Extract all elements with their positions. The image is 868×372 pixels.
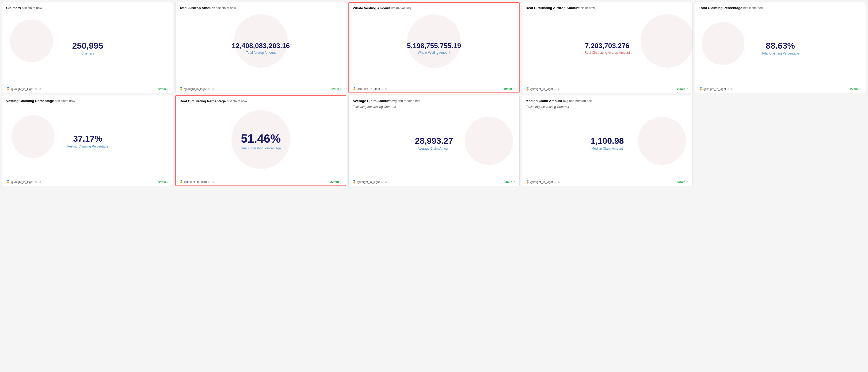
footer-user: 🏅 @knight_in_kight bbox=[179, 87, 207, 91]
card-body: 12,408,083,203.16 Total Airdrop Amount bbox=[179, 11, 342, 85]
card-card-4: Real Circulating Airdrop Amount claim no… bbox=[522, 2, 693, 93]
metric-center: 28,993.27 Average Claim Amount bbox=[415, 136, 453, 150]
card-body: 51.46% Real Circulating Percentage bbox=[180, 105, 342, 178]
share-icon[interactable]: ⎙ bbox=[35, 88, 37, 91]
card-title: Real Circulating Airdrop Amount bbox=[526, 6, 580, 10]
card-body: 7,203,703,276 Real Circulating Airdrop A… bbox=[526, 11, 689, 85]
username: @knight_in_kight bbox=[704, 88, 726, 91]
card-header: Median Claim Amount avg and median blst bbox=[526, 99, 689, 103]
footer-time: 22min ✓ bbox=[677, 87, 689, 91]
circle-decoration bbox=[638, 117, 686, 165]
footer-time: 22min ✓ bbox=[331, 180, 342, 183]
card-italic-subtitle: Excluding the vesting Contract bbox=[352, 105, 515, 109]
user-icon: 🏅 bbox=[353, 87, 356, 90]
time-value: 22min bbox=[157, 180, 166, 183]
card-body: 37.17% Vesting Claiming Percentage bbox=[6, 104, 169, 178]
footer-user: 🏅 @knight_in_kight bbox=[699, 87, 726, 91]
share-icon[interactable]: ⎙ bbox=[554, 180, 556, 183]
share-icon[interactable]: ⎙ bbox=[35, 180, 37, 183]
user-icon: 🏅 bbox=[699, 87, 703, 91]
username: @knight_in_kight bbox=[184, 88, 207, 91]
username: @knight_in_kight bbox=[11, 180, 33, 183]
card-footer: 🏅 @knight_in_kight ⎙ ⊙ 22min ✓ bbox=[179, 87, 342, 91]
check-icon: ✓ bbox=[340, 87, 342, 91]
card-subtitle: blst claim now bbox=[227, 99, 247, 103]
share-icon[interactable]: ⎙ bbox=[727, 88, 730, 91]
card-body: 1,100.98 Median Claim Amount bbox=[526, 109, 689, 178]
metric-label: Real Circulating Airdrop Amount bbox=[584, 51, 630, 55]
time-value: 59min bbox=[503, 87, 512, 90]
card-card-8: Average Claim Amount avg and median blst… bbox=[348, 95, 519, 186]
card-body: 88.63% Total Claiming Percentage bbox=[699, 11, 862, 85]
check-icon: ✓ bbox=[513, 87, 515, 90]
share-icon[interactable]: ⎙ bbox=[381, 180, 383, 183]
user-icon: 🏅 bbox=[526, 180, 529, 183]
username: @knight_in_kight bbox=[357, 180, 380, 183]
share-icon[interactable]: ⎙ bbox=[554, 88, 556, 91]
footer-time: 22min ✓ bbox=[850, 87, 862, 91]
footer-time: 22min ✓ bbox=[157, 87, 169, 91]
card-subtitle: avg and median blst bbox=[392, 99, 420, 103]
check-icon: ✓ bbox=[686, 87, 689, 91]
card-card-6: Vesting Claiming Percentage blst claim n… bbox=[2, 95, 173, 186]
copy-icon[interactable]: ⊙ bbox=[212, 180, 214, 183]
copy-icon[interactable]: ⊙ bbox=[385, 180, 387, 183]
card-title: Total Claiming Percentage bbox=[699, 6, 742, 10]
metric-value: 51.46% bbox=[241, 132, 281, 145]
card-card-7: Real Circulating Percentage blst claim n… bbox=[175, 95, 346, 186]
user-icon: 🏅 bbox=[180, 180, 183, 183]
card-footer: 🏅 @knight_in_kight ⎙ ⊙ 54min ✓ bbox=[352, 180, 515, 183]
time-value: 22min bbox=[331, 88, 339, 91]
card-subtitle: blst claim now bbox=[743, 6, 764, 10]
card-footer: 🏅 @knight_in_kight ⎙ ⊙ 22min ✓ bbox=[6, 87, 169, 91]
time-value: 22min bbox=[331, 180, 339, 183]
metric-label: Real Circulating Percentage bbox=[241, 146, 281, 150]
card-subtitle: whale vesting bbox=[391, 6, 411, 10]
circle-decoration bbox=[702, 22, 744, 65]
footer-user: 🏅 @knight_in_kight bbox=[6, 87, 33, 91]
copy-icon[interactable]: ⊙ bbox=[212, 87, 214, 91]
share-icon[interactable]: ⎙ bbox=[208, 88, 210, 91]
metric-center: 12,408,083,203.16 Total Airdrop Amount bbox=[232, 42, 290, 55]
card-title: Real Circulating Percentage bbox=[180, 99, 226, 103]
footer-user: 🏅 @knight_in_kight bbox=[526, 180, 553, 183]
card-title: Claimers bbox=[6, 6, 21, 10]
card-footer: 🏅 @knight_in_kight ⎙ ⊙ 54min ✓ bbox=[526, 180, 689, 183]
share-icon[interactable]: ⎙ bbox=[381, 87, 383, 90]
card-italic-subtitle: Excluding the vesting Contract bbox=[526, 105, 689, 109]
copy-icon[interactable]: ⊙ bbox=[385, 87, 388, 90]
circle-decoration bbox=[407, 14, 461, 68]
card-footer: 🏅 @knight_in_kight ⎙ ⊙ 22min ✓ bbox=[526, 87, 689, 91]
copy-icon[interactable]: ⊙ bbox=[558, 180, 560, 183]
check-icon: ✓ bbox=[167, 87, 169, 91]
check-icon: ✓ bbox=[167, 180, 169, 183]
card-footer: 🏅 @knight_in_kight ⎙ ⊙ 59min ✓ bbox=[353, 87, 515, 90]
check-icon: ✓ bbox=[513, 180, 516, 183]
card-header: Total Airdrop Amount blst claim now bbox=[179, 6, 342, 10]
copy-icon[interactable]: ⊙ bbox=[731, 87, 734, 91]
metric-center: 51.46% Real Circulating Percentage bbox=[241, 132, 281, 150]
metric-value: 28,993.27 bbox=[415, 136, 453, 146]
footer-user: 🏅 @knight_in_kight bbox=[353, 87, 380, 90]
circle-decoration bbox=[10, 20, 53, 62]
metric-label: Total Claiming Percentage bbox=[762, 52, 799, 55]
footer-time: 22min ✓ bbox=[331, 87, 342, 91]
check-icon: ✓ bbox=[340, 180, 342, 183]
share-icon[interactable]: ⎙ bbox=[209, 180, 210, 183]
card-header: Average Claim Amount avg and median blst bbox=[352, 99, 515, 103]
username: @knight_in_kight bbox=[184, 180, 207, 183]
copy-icon[interactable]: ⊙ bbox=[558, 87, 560, 91]
copy-icon[interactable]: ⊙ bbox=[38, 87, 41, 91]
metric-center: 250,995 Claimers bbox=[72, 41, 103, 55]
card-body: 28,993.27 Average Claim Amount bbox=[352, 109, 515, 178]
check-icon: ✓ bbox=[686, 180, 689, 183]
footer-time: 59min ✓ bbox=[503, 87, 515, 90]
card-header: Vesting Claiming Percentage blst claim n… bbox=[6, 99, 169, 103]
card-header: Real Circulating Percentage blst claim n… bbox=[180, 99, 342, 104]
time-value: 54min bbox=[504, 180, 513, 183]
card-card-1: Claimers blst claim now 250,995 Claimers… bbox=[2, 2, 173, 93]
copy-icon[interactable]: ⊙ bbox=[38, 180, 41, 183]
metric-value: 12,408,083,203.16 bbox=[232, 42, 290, 50]
card-footer: 🏅 @knight_in_kight ⎙ ⊙ 22min ✓ bbox=[6, 180, 169, 183]
time-value: 22min bbox=[850, 88, 859, 91]
